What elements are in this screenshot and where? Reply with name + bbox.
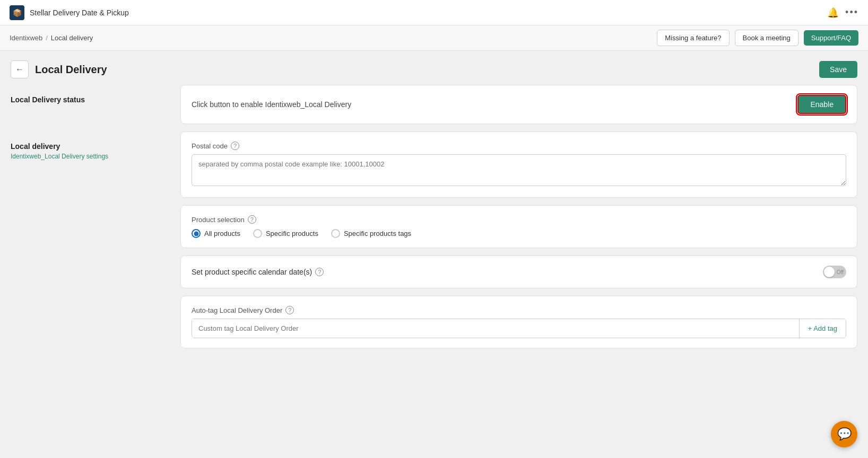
support-faq-button[interactable]: Support/FAQ: [804, 30, 858, 46]
toggle-state-label: Off: [837, 269, 844, 275]
status-label-col: Local Delivery status: [11, 85, 170, 106]
toggle-knob: [824, 267, 835, 277]
calendar-toggle[interactable]: Off: [823, 266, 846, 278]
radio-specific-products-tags-input[interactable]: [331, 229, 340, 238]
calendar-toggle-row: Set product specific calendar date(s) ? …: [192, 266, 846, 278]
book-meeting-button[interactable]: Book a meeting: [735, 30, 798, 46]
autotag-card: Auto-tag Local Delivery Order ? + Add ta…: [180, 296, 857, 348]
main-content: Local Delivery status Click button to en…: [0, 85, 868, 458]
settings-label-col: Local delivery Identixweb_Local Delivery…: [11, 131, 170, 160]
notification-icon[interactable]: 🔔: [827, 7, 839, 19]
top-bar: 📦 Stellar Delivery Date & Pickup 🔔 •••: [0, 0, 868, 25]
calendar-card: Set product specific calendar date(s) ? …: [180, 256, 857, 288]
settings-section-label: Local delivery: [11, 142, 170, 151]
autotag-label-text: Auto-tag Local Delivery Order: [192, 306, 282, 314]
radio-specific-products-tags[interactable]: Specific products tags: [331, 229, 411, 238]
top-bar-actions: 🔔 •••: [827, 7, 858, 19]
product-selection-help-icon[interactable]: ?: [248, 215, 256, 224]
app-branding: 📦 Stellar Delivery Date & Pickup: [10, 5, 129, 20]
settings-section-sublabel: Identixweb_Local Delivery settings: [11, 153, 170, 160]
status-card: Click button to enable Identixweb_Local …: [180, 85, 857, 124]
settings-section-row: Local delivery Identixweb_Local Delivery…: [11, 131, 857, 348]
radio-specific-products-label: Specific products: [266, 230, 318, 237]
radio-specific-products[interactable]: Specific products: [253, 229, 318, 238]
autotag-input-row: + Add tag: [192, 319, 846, 338]
product-selection-label-text: Product selection: [192, 216, 245, 224]
status-text: Click button to enable Identixweb_Local …: [192, 100, 351, 109]
add-tag-button[interactable]: + Add tag: [799, 319, 846, 338]
page-header-left: ← Local Delivery: [11, 60, 107, 78]
postal-code-help-icon[interactable]: ?: [231, 142, 239, 150]
radio-all-products-input[interactable]: [192, 229, 201, 238]
status-section-label: Local Delivery status: [11, 95, 170, 104]
settings-cards: Postal code ? Product selection ? All pr…: [180, 131, 857, 348]
product-selection-radio-group: All products Specific products Specific …: [192, 229, 846, 238]
postal-code-label-row: Postal code ?: [192, 142, 846, 150]
breadcrumb-actions: Missing a feature? Book a meeting Suppor…: [657, 30, 858, 46]
page-header: ← Local Delivery Save: [0, 51, 868, 85]
breadcrumb-current: Local delivery: [51, 34, 93, 42]
calendar-label-group: Set product specific calendar date(s) ?: [192, 268, 324, 276]
calendar-help-icon[interactable]: ?: [315, 268, 324, 276]
enable-button[interactable]: Enable: [797, 95, 846, 114]
status-card-inner: Click button to enable Identixweb_Local …: [192, 95, 846, 114]
chat-icon: 💬: [837, 427, 852, 441]
back-icon: ←: [15, 65, 24, 74]
back-button[interactable]: ←: [11, 60, 29, 78]
page-title: Local Delivery: [35, 64, 107, 76]
radio-specific-products-tags-label: Specific products tags: [344, 230, 411, 237]
postal-code-card: Postal code ?: [180, 131, 857, 198]
radio-specific-products-input[interactable]: [253, 229, 262, 238]
breadcrumb-parent[interactable]: Identixweb: [10, 34, 42, 42]
product-selection-card: Product selection ? All products Specifi…: [180, 205, 857, 248]
postal-code-input[interactable]: [192, 154, 846, 186]
radio-all-products-label: All products: [204, 230, 240, 237]
autotag-label-row: Auto-tag Local Delivery Order ?: [192, 306, 846, 314]
save-button[interactable]: Save: [819, 61, 857, 78]
missing-feature-button[interactable]: Missing a feature?: [657, 30, 729, 46]
product-selection-label-row: Product selection ?: [192, 215, 846, 224]
more-options-icon[interactable]: •••: [845, 7, 858, 18]
breadcrumb: Identixweb / Local delivery: [10, 34, 93, 42]
autotag-help-icon[interactable]: ?: [285, 306, 294, 314]
breadcrumb-separator: /: [46, 34, 48, 42]
radio-all-products[interactable]: All products: [192, 229, 240, 238]
app-title: Stellar Delivery Date & Pickup: [30, 8, 129, 17]
chat-bubble[interactable]: 💬: [831, 421, 857, 447]
breadcrumb-bar: Identixweb / Local delivery Missing a fe…: [0, 25, 868, 51]
app-icon-symbol: 📦: [13, 8, 22, 17]
autotag-input[interactable]: [192, 319, 799, 338]
status-section-row: Local Delivery status Click button to en…: [11, 85, 857, 124]
app-icon: 📦: [10, 5, 24, 20]
calendar-label-text: Set product specific calendar date(s): [192, 268, 312, 276]
postal-code-label-text: Postal code: [192, 142, 228, 150]
